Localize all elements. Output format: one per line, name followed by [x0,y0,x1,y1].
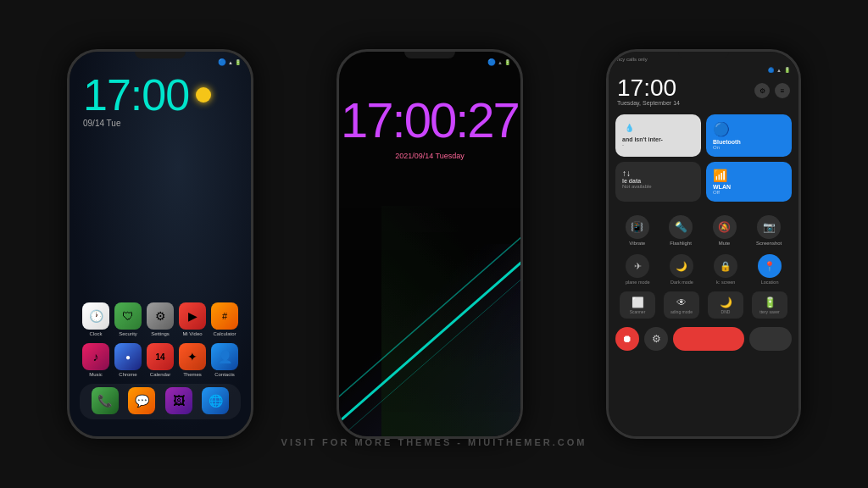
phone-2-status-bar: 🔵 ▲ 🔋 [339,52,520,66]
connectivity-icon: 💧 [622,121,636,135]
media-progress-bar [673,327,744,351]
phone-3: ncy calls only 🔵 ▲ 🔋 17:00 Tuesday, Sept… [606,49,801,439]
btn-readingmode[interactable]: 👁 ading mode [664,291,699,319]
phone-3-top-section: 17:00 Tuesday, September 14 ⚙ ≡ [609,73,798,109]
btn-batterysaver[interactable]: 🔋 ttery saver [752,291,787,319]
btn-airplane[interactable]: ✈ plane mode [626,254,650,285]
settings-icon[interactable]: ⚙ [754,83,770,98]
lockscreen-icon: 🔒 [714,254,737,278]
phone-1-clock-widget: 17:00 09/14 Tue [70,66,251,128]
app-themes[interactable]: ✦ Themes [177,343,208,377]
phone-2-lock-date: 2021/09/14 Tuesday [339,152,520,160]
phone-1-app-grid: 🕐 Clock 🛡 Security ⚙ Settings ▶ Mi Video [80,302,241,419]
app-browser[interactable]: 🌐 [200,387,231,416]
screenshot-icon: 📷 [757,215,781,239]
dnd-icon: 🌙 [720,297,732,308]
cc-toggle-row: ✈ plane mode 🌙 Dark mode 🔒 k: screen 📍 L… [609,252,798,286]
cc-square-row: ⬜ Scanner 👁 ading mode 🌙 DND 🔋 ttery sav… [609,290,798,320]
airplane-icon: ✈ [626,254,649,278]
flashlight-icon: 🔦 [669,215,693,239]
gear-button[interactable]: ⚙ [644,327,668,351]
mute-icon: 🔕 [713,215,737,239]
readingmode-icon: 👁 [676,297,687,308]
svg-line-1 [339,209,520,411]
mobile-data-sublabel: Not available [622,184,694,189]
scanner-icon: ⬜ [632,297,644,308]
menu-icon[interactable]: ≡ [775,83,790,98]
cc-tile-mobiledata[interactable]: ↑↓ le data Not available [615,162,701,202]
cc-icon-row-1: 📳 Vibrate 🔦 Flashlight 🔕 Mute 📷 Screensh… [609,212,798,249]
ncy-label: ncy calls only [609,52,798,62]
app-music[interactable]: ♪ Music [81,343,111,377]
cc-media-row: ⏺ ⚙ [609,324,798,354]
phone-2-status-icons: 🔵 ▲ 🔋 [487,58,510,66]
app-messages[interactable]: 💬 [126,387,157,416]
btn-lockscreen[interactable]: 🔒 k: screen [714,254,737,285]
cc-tile-wlan[interactable]: 📶 WLAN Off [706,162,792,202]
mobile-data-label: le data [622,178,694,184]
phone-2-lock-time: 17:00:27 [339,92,520,148]
record-button[interactable]: ⏺ [615,327,639,351]
cc-tile-connectivity[interactable]: 💧 and isn't inter- - [615,114,701,157]
app-phone[interactable]: 📞 [90,387,120,416]
phone-1-time: 17:00 [83,73,189,117]
app-row-2: ♪ Music ● Chrome 14 Calendar ✦ Themes [80,343,241,377]
deco-lines-svg [339,167,520,436]
watermark: VISIT FOR MORE THEMES - MIUITHEMER.COM [281,437,587,447]
sun-icon [196,87,211,103]
phone-1-date: 09/14 Tue [83,119,237,128]
phone-3-top-icons: ⚙ ≡ [754,83,790,98]
btn-darkmode[interactable]: 🌙 Dark mode [670,254,693,285]
app-chrome[interactable]: ● Chrome [113,343,143,377]
btn-vibrate[interactable]: 📳 Vibrate [626,215,649,246]
app-calc[interactable]: # Calculator [209,302,240,336]
btn-location[interactable]: 📍 Location [758,254,782,285]
vibrate-icon: 📳 [626,215,649,239]
svg-line-0 [339,235,520,436]
app-row-1: 🕐 Clock 🛡 Security ⚙ Settings ▶ Mi Video [80,302,241,336]
phone-2-screen: 🔵 ▲ 🔋 17:00:27 2021/09/14 Tuesday [339,52,520,436]
phone-3-time: 17:00 [617,76,680,100]
phone-1-status-icons: 🔵 ▲ 🔋 [218,58,241,66]
app-video[interactable]: ▶ Mi Video [177,302,208,336]
app-gallery[interactable]: 🖼 [164,387,194,416]
phone-1-status-bar: 🔵 ▲ 🔋 [70,52,251,66]
cc-main-grid: 💧 and isn't inter- - 🔵 Bluetooth On ↑↓ [609,109,798,212]
cc-tile-bluetooth[interactable]: 🔵 Bluetooth On [706,114,792,157]
btn-scanner[interactable]: ⬜ Scanner [620,291,655,319]
btn-screenshot[interactable]: 📷 Screenshot [756,215,782,246]
btn-flashlight[interactable]: 🔦 Flashlight [669,215,693,246]
app-contacts[interactable]: 👤 Contacts [209,343,240,377]
phone-1-screen: 🔵 ▲ 🔋 17:00 09/14 Tue 🕐 Clock [70,52,251,436]
app-calendar[interactable]: 14 Calendar [145,343,175,377]
app-clock[interactable]: 🕐 Clock [81,302,111,336]
phone-3-status-icons: 🔵 ▲ 🔋 [768,67,790,73]
dock-bar: 📞 💬 🖼 🌐 [80,384,241,419]
cc-row-2: ↑↓ le data Not available 📶 WLAN Off [615,162,792,202]
btn-mute[interactable]: 🔕 Mute [713,215,737,246]
phone-3-date: Tuesday, September 14 [617,100,680,106]
main-scene: VISIT FOR MORE THEMES - MIUITHEMER.COM 🔵… [0,0,868,488]
batterysaver-icon: 🔋 [764,297,776,308]
phone-3-status-bar: 🔵 ▲ 🔋 [609,62,798,73]
phone-3-time-info: 17:00 Tuesday, September 14 [617,76,680,106]
media-dark-bar [749,327,792,351]
app-settings[interactable]: ⚙ Settings [145,302,175,336]
btn-dnd[interactable]: 🌙 DND [708,291,743,319]
cc-row-1: 💧 and isn't inter- - 🔵 Bluetooth On [615,114,792,157]
phone-2: 🔵 ▲ 🔋 17:00:27 2021/09/14 Tuesday [337,49,523,439]
phone-1: 🔵 ▲ 🔋 17:00 09/14 Tue 🕐 Clock [67,49,253,439]
location-icon: 📍 [758,254,782,278]
phone-3-screen: ncy calls only 🔵 ▲ 🔋 17:00 Tuesday, Sept… [609,52,798,436]
app-security[interactable]: 🛡 Security [113,302,143,336]
bluetooth-icon: 🔵 [713,121,785,137]
wifi-icon: 📶 [713,169,785,182]
darkmode-icon: 🌙 [670,254,693,278]
signal-icon: ↑↓ [622,169,694,178]
